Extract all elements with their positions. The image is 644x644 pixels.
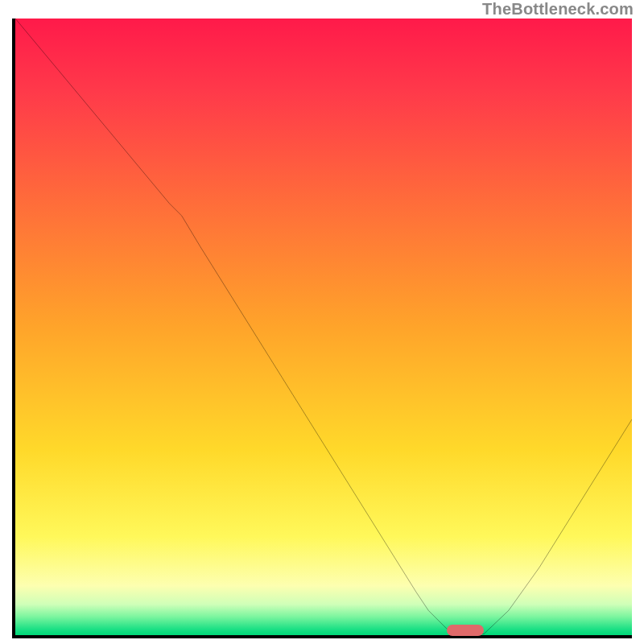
watermark-text: TheBottleneck.com	[482, 0, 634, 19]
curve-path	[15, 19, 632, 634]
target-marker	[447, 625, 484, 636]
line-plot	[15, 19, 632, 635]
chart-area	[12, 19, 632, 638]
